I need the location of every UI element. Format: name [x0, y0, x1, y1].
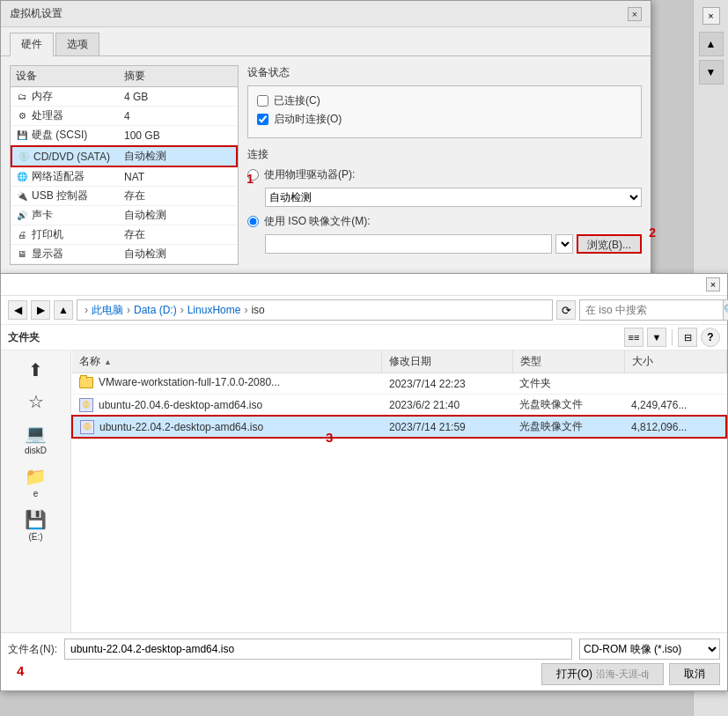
file-name-ubuntu22: 📀 ubuntu-22.04.2-desktop-amd64.iso — [72, 416, 382, 438]
breadcrumb-datad[interactable]: Data (D:) — [134, 304, 177, 316]
hw-row-memory[interactable]: 🗂 内存 4 GB — [11, 87, 238, 107]
cancel-button[interactable]: 取消 — [669, 663, 720, 685]
connect-on-start-row: 启动时连接(O) — [257, 112, 632, 127]
vm-dialog-close-btn[interactable]: × — [628, 7, 642, 21]
file-modified-ubuntu20: 2023/6/2 21:40 — [382, 395, 512, 417]
breadcrumb-bar: › 此电脑 › Data (D:) › LinuxHome › iso — [77, 299, 553, 321]
toolbar-divider — [672, 329, 673, 345]
col-summary-header: 摘要 — [124, 69, 232, 84]
col-type-header[interactable]: 类型 — [512, 351, 624, 373]
breadcrumb-sep3: › — [244, 304, 247, 316]
nav-up-btn[interactable]: ▲ — [54, 300, 73, 320]
physical-drive-row: 使用物理驱动器(P): — [247, 167, 642, 182]
left-nav-e[interactable]: 📁 e — [1, 461, 70, 504]
right-sidebar-btn2[interactable]: ▼ — [699, 60, 724, 85]
filename-input[interactable] — [64, 638, 572, 660]
file-dialog-bottom: 文件名(N): CD-ROM 映像 (*.iso) 4 打开(O) 沿海-天涯-… — [1, 632, 727, 690]
iso-input-row: 浏览(B)... 2 — [265, 234, 642, 254]
vm-dialog-content: 设备 摘要 🗂 内存 4 GB ⚙ 处理器 4 — [1, 55, 651, 274]
breadcrumb-linuxhome[interactable]: LinuxHome — [188, 304, 241, 316]
file-list-container: ⬆ ☆ 💻 diskD 📁 e 💾 (E:) — [1, 351, 727, 632]
sound-icon: 🔊 — [16, 210, 28, 222]
refresh-btn[interactable]: ⟳ — [556, 300, 576, 320]
left-nav-quickaccess[interactable]: ⬆ — [1, 354, 70, 386]
hw-row-usb[interactable]: 🔌 USB 控制器 存在 — [11, 187, 238, 206]
iso-path-input[interactable] — [265, 234, 552, 254]
hw-row-cpu[interactable]: ⚙ 处理器 4 — [11, 107, 238, 126]
star-icon: ☆ — [28, 391, 44, 412]
left-nav-star[interactable]: ☆ — [1, 386, 70, 417]
badge-3: 3 — [326, 430, 333, 445]
file-browser-dialog: × ◀ ▶ ▲ › 此电脑 › Data (D:) › LinuxHome › … — [0, 273, 728, 691]
breadcrumb-thispc[interactable]: 此电脑 — [92, 303, 123, 318]
right-sidebar-btn1[interactable]: ▲ — [699, 32, 724, 56]
filename-row: 文件名(N): CD-ROM 映像 (*.iso) — [8, 638, 720, 660]
iso-path-dropdown[interactable] — [555, 234, 573, 254]
network-icon: 🌐 — [16, 171, 28, 183]
physical-drive-select[interactable]: 自动检测 — [265, 188, 642, 207]
quickaccess-icon: ⬆ — [28, 359, 43, 380]
vm-dialog-tabs: 硬件 选项 — [1, 27, 651, 55]
open-button[interactable]: 打开(O) 沿海-天涯-dj — [541, 663, 664, 685]
hw-row-sound[interactable]: 🔊 声卡 自动检测 — [11, 206, 238, 225]
e-label: e — [33, 489, 39, 498]
col-size-header[interactable]: 大小 — [624, 351, 726, 373]
breadcrumb-iso: iso — [251, 304, 264, 316]
iso-label: 使用 ISO 映像文件(M): — [264, 214, 371, 229]
file-row-vmware[interactable]: VMware-workstation-full-17.0.0-2080... 2… — [72, 373, 726, 395]
device-status-title: 设备状态 — [247, 65, 642, 80]
col-modified-header[interactable]: 修改日期 — [382, 351, 512, 373]
nav-arrow-start: › — [85, 304, 88, 316]
connect-on-start-checkbox[interactable] — [257, 114, 268, 125]
connection-group: 连接 使用物理驱动器(P): 自动检测 使用 ISO 映像文件(M): — [247, 147, 642, 254]
badge-2: 2 — [649, 225, 656, 240]
right-sidebar-close-btn[interactable]: × — [702, 7, 720, 25]
file-row-ubuntu20[interactable]: 📀 ubuntu-20.04.6-desktop-amd64.iso 2023/… — [72, 395, 726, 417]
hw-row-display[interactable]: 🖥 显示器 自动检测 — [11, 245, 238, 264]
hardware-table-header: 设备 摘要 — [11, 66, 238, 87]
search-input[interactable] — [579, 299, 723, 321]
e-icon: 📁 — [25, 466, 47, 487]
col-device-header: 设备 — [16, 69, 124, 84]
hw-row-printer[interactable]: 🖨 打印机 存在 — [11, 225, 238, 245]
iso-radio[interactable] — [247, 216, 259, 227]
file-row-ubuntu22[interactable]: 📀 ubuntu-22.04.2-desktop-amd64.iso 2023/… — [72, 416, 726, 438]
hw-row-network[interactable]: 🌐 网络适配器 NAT — [11, 167, 238, 187]
nav-forward-btn[interactable]: ▶ — [31, 300, 50, 320]
memory-icon: 🗂 — [16, 91, 28, 103]
col-name-header[interactable]: 名称 ▲ — [72, 351, 382, 373]
search-bar: 🔍 — [579, 299, 720, 321]
browse-button[interactable]: 浏览(B)... — [577, 234, 642, 254]
left-nav-diskd[interactable]: 💻 diskD — [1, 417, 70, 461]
nav-back-btn[interactable]: ◀ — [8, 300, 27, 320]
file-name-vmware: VMware-workstation-full-17.0.0-2080... — [72, 373, 382, 395]
file-nav-bar: ◀ ▶ ▲ › 此电脑 › Data (D:) › LinuxHome › is… — [1, 296, 727, 325]
left-nav-edrive[interactable]: 💾 (E:) — [1, 504, 70, 547]
file-type-ubuntu20: 光盘映像文件 — [512, 395, 624, 417]
disk-icon: 💾 — [16, 129, 28, 142]
file-toolbar: 文件夹 ≡≡ ▼ ⊟ ? — [1, 325, 727, 351]
filetype-select[interactable]: CD-ROM 映像 (*.iso) — [579, 638, 720, 660]
file-dialog-close-btn[interactable]: × — [706, 277, 720, 292]
file-table-header: 名称 ▲ 修改日期 类型 大小 — [72, 351, 726, 373]
cd-icon: 💿 — [18, 151, 30, 163]
tab-hardware[interactable]: 硬件 — [10, 33, 54, 56]
view-btn-list[interactable]: ≡≡ — [624, 328, 643, 347]
connected-checkbox[interactable] — [257, 95, 268, 107]
view-btn-grid[interactable]: ⊟ — [678, 328, 697, 347]
usb-icon: 🔌 — [16, 190, 28, 203]
device-settings-panel: 设备状态 已连接(C) 启动时连接(O) 连接 使用物理驱动器(P): — [247, 65, 642, 265]
connected-row: 已连接(C) — [257, 93, 632, 108]
vm-dialog-title: 虚拟机设置 — [10, 6, 63, 21]
search-btn[interactable]: 🔍 — [723, 299, 728, 321]
hw-row-hdd[interactable]: 💾 硬盘 (SCSI) 100 GB — [11, 126, 238, 145]
hw-row-cddvd[interactable]: 💿 CD/DVD (SATA) 自动检测 — [11, 145, 238, 167]
file-modified-vmware: 2023/7/14 22:23 — [382, 373, 512, 395]
tab-options[interactable]: 选项 — [55, 33, 99, 55]
device-status-group: 已连接(C) 启动时连接(O) — [247, 85, 642, 138]
physical-drive-select-row: 自动检测 — [265, 188, 642, 207]
sort-arrow: ▲ — [104, 358, 112, 366]
help-btn[interactable]: ? — [701, 328, 720, 347]
view-btn-dropdown[interactable]: ▼ — [647, 328, 666, 347]
edrive-icon: 💾 — [25, 509, 47, 530]
